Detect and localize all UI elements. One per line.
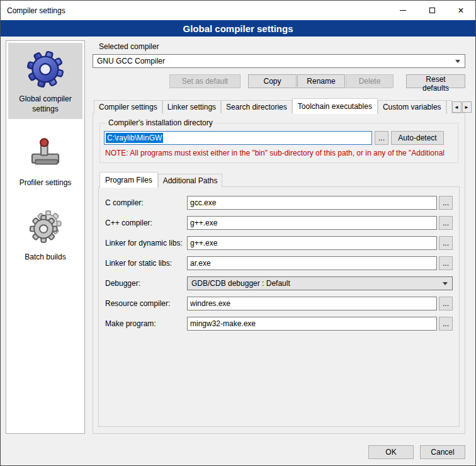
window-title: Compiler settings: [7, 6, 65, 15]
compiler-actions: Set as default Copy Rename Delete Reset …: [93, 74, 465, 88]
resource-compiler-input[interactable]: [187, 297, 437, 310]
tab-search-directories[interactable]: Search directories: [221, 100, 292, 113]
close-icon: ×: [458, 6, 463, 16]
auto-detect-button[interactable]: Auto-detect: [391, 131, 444, 145]
maximize-button[interactable]: [417, 1, 446, 20]
static-linker-row: Linker for static libs: ...: [105, 256, 453, 270]
selected-compiler-dropdown[interactable]: GNU GCC Compiler: [93, 54, 465, 68]
tab-build-options[interactable]: Buil: [446, 100, 452, 113]
batch-builds-gears-icon: [28, 207, 63, 247]
chevron-down-icon: [443, 282, 448, 285]
selected-compiler-value: GNU GCC Compiler: [97, 57, 165, 65]
minimize-icon: [400, 10, 406, 11]
cancel-button[interactable]: Cancel: [420, 445, 465, 459]
global-compiler-gear-icon: [26, 49, 65, 89]
sidebar-item-label: Global compiler settings: [9, 94, 81, 114]
set-as-default-button[interactable]: Set as default: [169, 74, 241, 88]
minimize-button[interactable]: [388, 1, 417, 20]
resource-compiler-row: Resource compiler: ...: [105, 297, 453, 310]
installation-directory-group: Compiler's installation directory C:\ray…: [99, 118, 458, 163]
chevron-right-icon: ►: [464, 105, 469, 110]
c-compiler-input[interactable]: [187, 196, 437, 210]
dialog-body: Global compiler settings Profiler settin…: [1, 37, 475, 439]
rename-button[interactable]: Rename: [297, 74, 345, 88]
page-title: Global compiler settings: [1, 20, 475, 37]
installation-directory-row: C:\raylib\MinGW ... Auto-detect: [104, 131, 454, 145]
profiler-tool-icon: [28, 133, 63, 173]
titlebar[interactable]: Compiler settings ×: [1, 1, 475, 20]
c-compiler-browse-button[interactable]: ...: [439, 196, 453, 210]
static-linker-input[interactable]: [187, 256, 437, 270]
maximize-icon: [429, 8, 435, 13]
cpp-compiler-input[interactable]: [187, 216, 437, 230]
tab-linker-settings[interactable]: Linker settings: [162, 100, 221, 113]
tab-compiler-settings[interactable]: Compiler settings: [94, 100, 162, 113]
chevron-down-icon: [455, 60, 460, 63]
tab-additional-paths[interactable]: Additional Paths: [158, 174, 223, 187]
compiler-settings-tabs: Compiler settings Linker settings Search…: [93, 98, 465, 113]
dynamic-linker-input[interactable]: [187, 236, 437, 250]
sidebar-item-profiler-settings[interactable]: Profiler settings: [8, 127, 82, 193]
make-program-input[interactable]: [187, 317, 437, 331]
resource-compiler-browse-button[interactable]: ...: [439, 297, 453, 310]
static-linker-label: Linker for static libs:: [105, 259, 187, 268]
make-program-label: Make program:: [105, 319, 187, 328]
program-files-tabs: Program Files Additional Paths: [98, 172, 460, 187]
delete-button[interactable]: Delete: [346, 74, 394, 88]
sidebar-item-label: Batch builds: [25, 253, 65, 263]
static-linker-browse-button[interactable]: ...: [439, 256, 453, 270]
debugger-row: Debugger: GDB/CDB debugger : Default: [105, 276, 453, 290]
selected-compiler-label: Selected compiler: [99, 42, 465, 51]
sidebar-item-global-compiler-settings[interactable]: Global compiler settings: [8, 43, 82, 119]
dynamic-linker-row: Linker for dynamic libs: ...: [105, 236, 453, 250]
main-panel: Selected compiler GNU GCC Compiler Set a…: [93, 40, 465, 434]
tab-scroll-left-button[interactable]: ◄: [452, 101, 462, 113]
installation-directory-browse-button[interactable]: ...: [375, 131, 388, 145]
program-files-panel: C compiler: ... C++ compiler: ... Linker…: [98, 186, 460, 427]
installation-directory-input[interactable]: C:\raylib\MinGW: [104, 131, 372, 145]
dynamic-linker-label: Linker for dynamic libs:: [105, 239, 187, 247]
dialog-footer: OK Cancel: [1, 439, 475, 465]
make-program-browse-button[interactable]: ...: [439, 317, 453, 331]
resource-compiler-label: Resource compiler:: [105, 299, 187, 308]
settings-category-list: Global compiler settings Profiler settin…: [6, 40, 85, 434]
tab-toolchain-executables[interactable]: Toolchain executables: [292, 98, 378, 114]
cpp-compiler-row: C++ compiler: ...: [105, 216, 453, 230]
close-button[interactable]: ×: [446, 1, 475, 20]
copy-button[interactable]: Copy: [248, 74, 297, 88]
installation-directory-value: C:\raylib\MinGW: [106, 133, 163, 143]
cpp-compiler-browse-button[interactable]: ...: [439, 216, 453, 230]
chevron-left-icon: ◄: [454, 105, 459, 110]
c-compiler-row: C compiler: ...: [105, 196, 453, 210]
compiler-settings-window: Compiler settings × Global compiler sett…: [0, 0, 476, 466]
sidebar-item-batch-builds[interactable]: Batch builds: [8, 201, 82, 268]
debugger-dropdown[interactable]: GDB/CDB debugger : Default: [187, 276, 453, 290]
tab-scroll-controls: ◄ ►: [452, 101, 472, 113]
ok-button[interactable]: OK: [368, 445, 414, 459]
cpp-compiler-label: C++ compiler:: [105, 219, 187, 227]
installation-directory-group-title: Compiler's installation directory: [106, 118, 215, 127]
toolchain-executables-panel: Compiler's installation directory C:\ray…: [93, 113, 465, 434]
bin-subdirectory-note: NOTE: All programs must exist either in …: [105, 149, 453, 157]
tab-custom-variables[interactable]: Custom variables: [378, 100, 446, 113]
tab-scroll-right-button[interactable]: ►: [462, 101, 472, 113]
window-controls: ×: [388, 1, 475, 20]
tab-program-files[interactable]: Program Files: [99, 172, 158, 188]
make-program-row: Make program: ...: [105, 317, 453, 331]
reset-defaults-button[interactable]: Reset defaults: [406, 74, 465, 88]
debugger-value: GDB/CDB debugger : Default: [191, 279, 290, 288]
sidebar-item-label: Profiler settings: [20, 178, 72, 188]
debugger-label: Debugger:: [105, 279, 187, 288]
c-compiler-label: C compiler:: [105, 198, 187, 207]
dynamic-linker-browse-button[interactable]: ...: [439, 236, 453, 250]
